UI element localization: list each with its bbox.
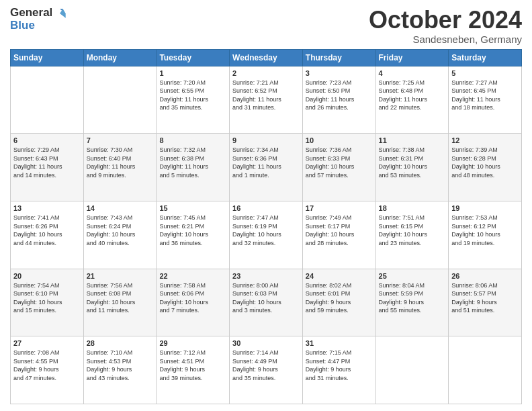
header-thursday: Thursday <box>302 49 375 66</box>
day-detail: Sunrise: 8:06 AM Sunset: 5:57 PM Dayligh… <box>451 281 519 315</box>
table-row: 17Sunrise: 7:49 AM Sunset: 6:17 PM Dayli… <box>302 201 375 269</box>
table-row: 25Sunrise: 8:04 AM Sunset: 5:59 PM Dayli… <box>375 269 449 336</box>
day-detail: Sunrise: 7:58 AM Sunset: 6:06 PM Dayligh… <box>159 281 226 315</box>
day-number: 19 <box>451 204 519 212</box>
day-detail: Sunrise: 7:51 AM Sunset: 6:15 PM Dayligh… <box>379 214 446 247</box>
table-row: 21Sunrise: 7:56 AM Sunset: 6:08 PM Dayli… <box>83 269 157 336</box>
day-detail: Sunrise: 7:54 AM Sunset: 6:10 PM Dayligh… <box>13 281 81 315</box>
day-number: 5 <box>451 69 519 77</box>
day-detail: Sunrise: 7:27 AM Sunset: 6:45 PM Dayligh… <box>451 79 519 112</box>
day-number: 29 <box>159 339 226 347</box>
day-detail: Sunrise: 7:45 AM Sunset: 6:21 PM Dayligh… <box>159 214 226 247</box>
day-number: 9 <box>232 136 300 144</box>
day-detail: Sunrise: 7:32 AM Sunset: 6:38 PM Dayligh… <box>159 146 226 179</box>
table-row: 1Sunrise: 7:20 AM Sunset: 6:55 PM Daylig… <box>157 66 230 134</box>
header-friday: Friday <box>375 49 449 66</box>
day-detail: Sunrise: 7:25 AM Sunset: 6:48 PM Dayligh… <box>379 79 446 112</box>
day-detail: Sunrise: 7:15 AM Sunset: 4:47 PM Dayligh… <box>306 349 373 382</box>
day-detail: Sunrise: 7:30 AM Sunset: 6:40 PM Dayligh… <box>87 146 154 179</box>
calendar-table: Sunday Monday Tuesday Wednesday Thursday… <box>10 49 522 404</box>
page: General Blue October 2024 Sandesneben, G… <box>0 0 532 411</box>
table-row: 29Sunrise: 7:12 AM Sunset: 4:51 PM Dayli… <box>157 336 230 404</box>
logo: General Blue <box>10 7 66 32</box>
header-wednesday: Wednesday <box>230 49 303 66</box>
day-detail: Sunrise: 7:36 AM Sunset: 6:33 PM Dayligh… <box>306 146 373 179</box>
day-detail: Sunrise: 7:38 AM Sunset: 6:31 PM Dayligh… <box>379 146 446 179</box>
day-detail: Sunrise: 7:34 AM Sunset: 6:36 PM Dayligh… <box>232 146 300 179</box>
day-number: 24 <box>306 272 373 280</box>
calendar-week-row: 6Sunrise: 7:29 AM Sunset: 6:43 PM Daylig… <box>11 134 522 201</box>
day-number: 18 <box>379 204 446 212</box>
day-detail: Sunrise: 7:20 AM Sunset: 6:55 PM Dayligh… <box>159 79 226 112</box>
day-number: 4 <box>379 69 446 77</box>
table-row: 15Sunrise: 7:45 AM Sunset: 6:21 PM Dayli… <box>157 201 230 269</box>
table-row: 8Sunrise: 7:32 AM Sunset: 6:38 PM Daylig… <box>157 134 230 201</box>
table-row: 9Sunrise: 7:34 AM Sunset: 6:36 PM Daylig… <box>230 134 303 201</box>
calendar-week-row: 20Sunrise: 7:54 AM Sunset: 6:10 PM Dayli… <box>11 269 522 336</box>
table-row: 3Sunrise: 7:23 AM Sunset: 6:50 PM Daylig… <box>302 66 375 134</box>
header-tuesday: Tuesday <box>157 49 230 66</box>
location: Sandesneben, Germany <box>369 34 522 45</box>
header: General Blue October 2024 Sandesneben, G… <box>10 7 522 45</box>
table-row: 12Sunrise: 7:39 AM Sunset: 6:28 PM Dayli… <box>449 134 522 201</box>
day-number: 12 <box>451 136 519 144</box>
table-row <box>11 66 84 134</box>
day-detail: Sunrise: 8:02 AM Sunset: 6:01 PM Dayligh… <box>306 281 373 315</box>
table-row: 20Sunrise: 7:54 AM Sunset: 6:10 PM Dayli… <box>11 269 84 336</box>
day-number: 11 <box>379 136 446 144</box>
day-number: 6 <box>13 136 81 144</box>
table-row: 7Sunrise: 7:30 AM Sunset: 6:40 PM Daylig… <box>83 134 157 201</box>
table-row: 28Sunrise: 7:10 AM Sunset: 4:53 PM Dayli… <box>83 336 157 404</box>
day-detail: Sunrise: 7:47 AM Sunset: 6:19 PM Dayligh… <box>232 214 300 247</box>
day-detail: Sunrise: 7:23 AM Sunset: 6:50 PM Dayligh… <box>306 79 373 112</box>
table-row: 31Sunrise: 7:15 AM Sunset: 4:47 PM Dayli… <box>302 336 375 404</box>
table-row: 13Sunrise: 7:41 AM Sunset: 6:26 PM Dayli… <box>11 201 84 269</box>
calendar-week-row: 27Sunrise: 7:08 AM Sunset: 4:55 PM Dayli… <box>11 336 522 404</box>
day-number: 30 <box>232 339 300 347</box>
title-block: October 2024 Sandesneben, Germany <box>369 7 522 45</box>
day-number: 10 <box>306 136 373 144</box>
weekday-header-row: Sunday Monday Tuesday Wednesday Thursday… <box>11 49 522 66</box>
day-detail: Sunrise: 7:41 AM Sunset: 6:26 PM Dayligh… <box>13 214 81 247</box>
day-number: 20 <box>13 272 81 280</box>
table-row: 19Sunrise: 7:53 AM Sunset: 6:12 PM Dayli… <box>449 201 522 269</box>
day-number: 15 <box>159 204 226 212</box>
day-number: 1 <box>159 69 226 77</box>
table-row: 4Sunrise: 7:25 AM Sunset: 6:48 PM Daylig… <box>375 66 449 134</box>
day-detail: Sunrise: 7:21 AM Sunset: 6:52 PM Dayligh… <box>232 79 300 112</box>
day-detail: Sunrise: 8:00 AM Sunset: 6:03 PM Dayligh… <box>232 281 300 315</box>
calendar-week-row: 13Sunrise: 7:41 AM Sunset: 6:26 PM Dayli… <box>11 201 522 269</box>
day-number: 21 <box>87 272 154 280</box>
header-monday: Monday <box>83 49 157 66</box>
day-number: 26 <box>451 272 519 280</box>
day-detail: Sunrise: 7:12 AM Sunset: 4:51 PM Dayligh… <box>159 349 226 382</box>
day-number: 17 <box>306 204 373 212</box>
day-number: 22 <box>159 272 226 280</box>
table-row: 27Sunrise: 7:08 AM Sunset: 4:55 PM Dayli… <box>11 336 84 404</box>
table-row <box>449 336 522 404</box>
day-number: 8 <box>159 136 226 144</box>
table-row <box>83 66 157 134</box>
day-detail: Sunrise: 7:10 AM Sunset: 4:53 PM Dayligh… <box>87 349 154 382</box>
calendar-week-row: 1Sunrise: 7:20 AM Sunset: 6:55 PM Daylig… <box>11 66 522 134</box>
table-row: 23Sunrise: 8:00 AM Sunset: 6:03 PM Dayli… <box>230 269 303 336</box>
day-number: 28 <box>87 339 154 347</box>
day-number: 2 <box>232 69 300 77</box>
table-row: 11Sunrise: 7:38 AM Sunset: 6:31 PM Dayli… <box>375 134 449 201</box>
day-detail: Sunrise: 7:53 AM Sunset: 6:12 PM Dayligh… <box>451 214 519 247</box>
day-detail: Sunrise: 7:49 AM Sunset: 6:17 PM Dayligh… <box>306 214 373 247</box>
day-number: 14 <box>87 204 154 212</box>
day-number: 16 <box>232 204 300 212</box>
day-number: 25 <box>379 272 446 280</box>
table-row: 30Sunrise: 7:14 AM Sunset: 4:49 PM Dayli… <box>230 336 303 404</box>
day-detail: Sunrise: 7:56 AM Sunset: 6:08 PM Dayligh… <box>87 281 154 315</box>
day-detail: Sunrise: 8:04 AM Sunset: 5:59 PM Dayligh… <box>379 281 446 315</box>
day-detail: Sunrise: 7:39 AM Sunset: 6:28 PM Dayligh… <box>451 146 519 179</box>
header-saturday: Saturday <box>449 49 522 66</box>
table-row: 14Sunrise: 7:43 AM Sunset: 6:24 PM Dayli… <box>83 201 157 269</box>
table-row: 18Sunrise: 7:51 AM Sunset: 6:15 PM Dayli… <box>375 201 449 269</box>
day-number: 7 <box>87 136 154 144</box>
day-number: 3 <box>306 69 373 77</box>
header-sunday: Sunday <box>11 49 84 66</box>
table-row: 6Sunrise: 7:29 AM Sunset: 6:43 PM Daylig… <box>11 134 84 201</box>
